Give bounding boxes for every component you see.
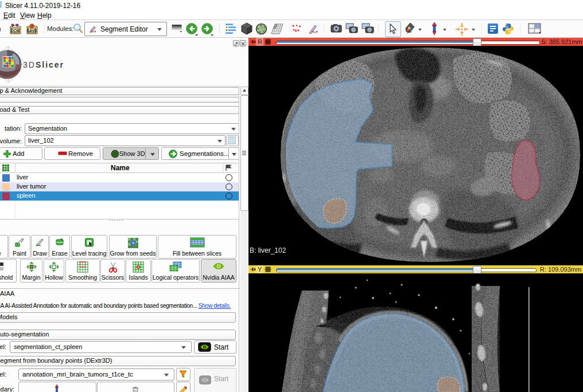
svg-text:SAVE: SAVE — [27, 29, 37, 33]
svg-text:DCM: DCM — [11, 29, 20, 33]
svg-text:B: liver_102: B: liver_102 — [250, 246, 286, 254]
